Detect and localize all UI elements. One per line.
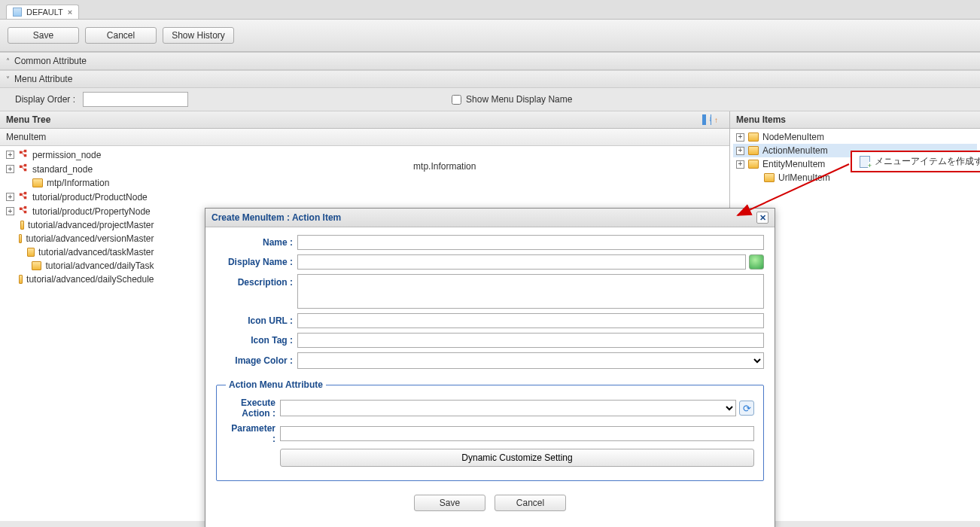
folder-icon bbox=[748, 160, 759, 169]
refresh-icon[interactable]: ⟳ bbox=[739, 401, 754, 416]
dialog-close-button[interactable]: ✕ bbox=[756, 212, 768, 224]
svg-line-14 bbox=[22, 194, 24, 197]
display-order-input[interactable] bbox=[83, 92, 188, 107]
tab-default[interactable]: DEFAULT × bbox=[6, 5, 79, 19]
document-icon bbox=[13, 8, 22, 17]
node-icon bbox=[18, 149, 29, 160]
icon-tag-input[interactable] bbox=[297, 333, 764, 348]
menu-item-label: NodeMenuItem bbox=[762, 132, 824, 142]
svg-line-18 bbox=[22, 208, 24, 209]
icon-url-label: Icon URL : bbox=[216, 315, 297, 326]
display-name-input[interactable] bbox=[297, 254, 746, 270]
tree-row[interactable]: +standard_node bbox=[3, 162, 157, 176]
svg-rect-10 bbox=[20, 193, 22, 196]
dialog-save-button[interactable]: Save bbox=[414, 495, 485, 511]
menu-tree-header: Menu Tree bbox=[0, 111, 729, 129]
folder-icon bbox=[764, 173, 775, 182]
show-menu-display-name-checkbox[interactable] bbox=[452, 95, 461, 105]
chevron-up-icon: ˄ bbox=[6, 57, 10, 65]
folder-icon bbox=[19, 234, 23, 243]
menu-item-label: UrlMenuItem bbox=[778, 172, 830, 183]
create-menuitem-dialog: Create MenuItem : Action Item ✕ Name : D… bbox=[205, 208, 775, 527]
dynamic-customize-button[interactable]: Dynamic Customize Setting bbox=[280, 449, 754, 467]
tree-row[interactable]: tutorial/advanced/projectMaster bbox=[3, 218, 157, 232]
folder-icon bbox=[19, 275, 23, 284]
menu-item-row[interactable]: +NodeMenuItem bbox=[733, 130, 977, 144]
expand-icon[interactable]: + bbox=[736, 160, 744, 169]
menu-attribute-row: Display Order : Show Menu Display Name bbox=[0, 88, 980, 111]
svg-rect-11 bbox=[24, 192, 26, 194]
tree-label: tutorial/advanced/dailyTask bbox=[45, 260, 154, 271]
common-attribute-header[interactable]: ˄ Common Attribute bbox=[0, 52, 980, 70]
tree-label: permission_node bbox=[32, 150, 101, 160]
tree-row[interactable]: tutorial/advanced/versionMaster bbox=[3, 232, 157, 245]
show-menu-display-name-label: Show Menu Display Name bbox=[466, 94, 572, 105]
image-color-select[interactable] bbox=[297, 352, 764, 369]
image-color-label: Image Color : bbox=[216, 355, 297, 366]
tree-row[interactable]: +tutorial/product/PropertyNode bbox=[3, 204, 157, 218]
svg-line-3 bbox=[22, 151, 24, 153]
svg-rect-7 bbox=[24, 169, 26, 171]
callout-create-menuitem: メニューアイテムを作成する bbox=[851, 151, 980, 172]
expand-icon[interactable]: + bbox=[736, 133, 744, 142]
icon-url-input[interactable] bbox=[297, 313, 764, 328]
tree-row[interactable]: tutorial/advanced/dailyTask bbox=[3, 259, 157, 273]
tree-label: tutorial/product/PropertyNode bbox=[32, 206, 151, 217]
menu-tree[interactable]: +permission_node+standard_nodemtp/Inform… bbox=[0, 146, 160, 288]
name-label: Name : bbox=[216, 237, 297, 248]
tree-row[interactable]: tutorial/advanced/taskMaster bbox=[3, 245, 157, 259]
expand-icon[interactable]: + bbox=[6, 151, 14, 159]
tree-label: tutorial/advanced/taskMaster bbox=[38, 247, 154, 257]
display-name-label: Display Name : bbox=[216, 257, 297, 267]
tree-row[interactable]: +permission_node bbox=[3, 148, 157, 162]
folder-icon bbox=[27, 248, 35, 257]
tree-label: tutorial/advanced/projectMaster bbox=[28, 220, 154, 230]
node-icon bbox=[18, 191, 29, 203]
menu-attribute-header[interactable]: ˅ Menu Attribute bbox=[0, 70, 980, 88]
folder-icon bbox=[748, 133, 759, 142]
svg-rect-0 bbox=[20, 151, 22, 154]
sort-desc-icon[interactable] bbox=[714, 114, 723, 125]
parameter-input[interactable] bbox=[280, 426, 754, 441]
svg-rect-16 bbox=[24, 206, 26, 209]
section-title: Common Attribute bbox=[14, 56, 87, 66]
tree-label: tutorial/product/ProductNode bbox=[32, 192, 148, 203]
tree-row[interactable]: mtp/Information bbox=[3, 176, 157, 190]
tree-label: tutorial/advanced/versionMaster bbox=[26, 233, 154, 244]
close-icon[interactable]: × bbox=[68, 8, 72, 17]
icon-tag-label: Icon Tag : bbox=[216, 335, 297, 346]
globe-icon[interactable] bbox=[749, 254, 764, 270]
folder-icon bbox=[32, 178, 43, 187]
tree-row[interactable]: +tutorial/product/ProductNode bbox=[3, 190, 157, 204]
tree-label: tutorial/advanced/dailySchedule bbox=[26, 274, 154, 285]
tree-row[interactable]: tutorial/advanced/dailySchedule bbox=[3, 273, 157, 286]
svg-rect-17 bbox=[24, 211, 26, 213]
description-input[interactable] bbox=[297, 274, 764, 309]
svg-rect-12 bbox=[24, 196, 26, 199]
expand-icon[interactable]: + bbox=[736, 147, 744, 155]
folder-icon bbox=[20, 221, 24, 230]
expand-icon[interactable]: + bbox=[6, 165, 14, 173]
execute-action-select[interactable] bbox=[280, 400, 736, 416]
menu-item-row[interactable]: UrlMenuItem bbox=[733, 171, 977, 184]
tab-title: DEFAULT bbox=[26, 8, 63, 17]
menu-items-header: Menu Items bbox=[730, 111, 980, 129]
tree-label: mtp/Information bbox=[47, 178, 109, 188]
main-toolbar: Save Cancel Show History bbox=[0, 20, 980, 52]
description-label: Description : bbox=[216, 274, 297, 288]
action-menu-attribute-group: Action Menu Attribute Execute Action : ⟳… bbox=[216, 379, 764, 481]
dialog-cancel-button[interactable]: Cancel bbox=[495, 495, 566, 511]
save-button[interactable]: Save bbox=[8, 27, 79, 44]
svg-line-19 bbox=[22, 209, 24, 212]
execute-action-label: Execute Action : bbox=[226, 398, 280, 419]
expand-icon[interactable]: + bbox=[6, 207, 14, 215]
folder-icon bbox=[32, 261, 41, 270]
expand-icon[interactable]: + bbox=[6, 193, 14, 201]
show-history-button[interactable]: Show History bbox=[163, 27, 234, 44]
cancel-button[interactable]: Cancel bbox=[85, 27, 157, 44]
tree-label: standard_node bbox=[32, 164, 93, 175]
svg-rect-5 bbox=[20, 166, 22, 168]
sort-asc-icon[interactable] bbox=[702, 114, 711, 125]
svg-rect-1 bbox=[24, 150, 26, 152]
name-input[interactable] bbox=[297, 235, 764, 250]
